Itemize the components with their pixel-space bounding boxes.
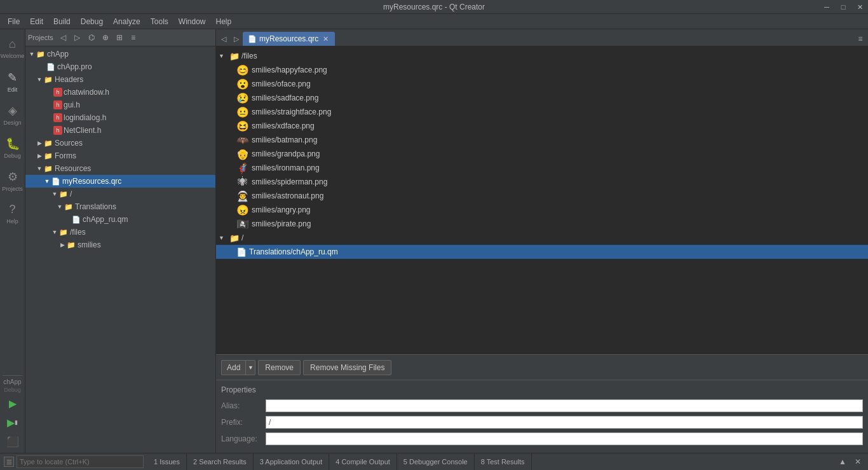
tab-close-btn[interactable]: ✕ [321,34,330,43]
res-file-10[interactable]: 😠smilies/angry.png [216,203,868,217]
debugger-tab-label: 5 Debugger Console [403,458,468,466]
menu-build[interactable]: Build [48,15,76,29]
prefix-files-toggle: ▼ [219,53,226,59]
menu-debug[interactable]: Debug [76,15,108,29]
tree-item-resources[interactable]: ▼ 📁 Resources [25,162,215,175]
tree-item-login[interactable]: h logindialog.h [25,111,215,124]
status-tab-issues[interactable]: 1 Issues [147,453,187,470]
remove-missing-button[interactable]: Remove Missing Files [303,360,391,375]
res-file-7[interactable]: 🦸smilies/ironman.png [216,161,868,175]
tab-back-btn[interactable]: ◁ [217,32,230,46]
res-file-0[interactable]: 😊smilies/happyface.png [216,63,868,77]
add-dropdown-arrow[interactable]: ▼ [245,360,255,375]
res-file-6[interactable]: 👴smilies/grandpa.png [216,147,868,161]
chatwindow-icon: h [53,88,62,97]
projects-expand-btn[interactable]: ⊞ [113,31,126,44]
files-icon: 📁 [58,227,69,237]
res-file-5[interactable]: 🦇smilies/batman.png [216,133,868,147]
prefix-files-row[interactable]: ▼ 📁 /files [216,49,868,63]
locate-input[interactable] [17,455,144,468]
language-input[interactable] [266,432,863,445]
status-close-btn[interactable]: ✕ [851,455,864,468]
projects-menu-btn[interactable]: ≡ [127,31,140,44]
tree-item-translations[interactable]: ▼ 📁 Translations [25,200,215,213]
welcome-icon: ⌂ [9,38,16,51]
status-toggle-btn[interactable]: ☰ [4,457,14,467]
res-file-1[interactable]: 😮smilies/oface.png [216,77,868,91]
restore-button[interactable]: □ [835,0,851,14]
sidebar-item-design[interactable]: ◈ Design [0,98,25,131]
forms-icon: 📁 [43,151,53,161]
tree-item-smilies[interactable]: ▶ 📁 smilies [25,238,215,251]
remove-button[interactable]: Remove [258,360,301,375]
tree-item-files[interactable]: ▼ 📁 /files [25,226,215,238]
sidebar-label-design: Design [3,120,21,126]
prefix-root-row[interactable]: ▼ 📁 / [216,231,868,245]
status-tab-test[interactable]: 8 Test Results [475,453,532,470]
res-file-4[interactable]: 😆smilies/xdface.png [216,119,868,133]
menu-tools[interactable]: Tools [146,15,173,29]
menu-file[interactable]: File [3,15,25,29]
smiley-icon-7: 🦸 [236,162,249,174]
tree-item-myresources[interactable]: ▼ 📄 myResources.qrc [25,175,215,188]
run-debug-button[interactable]: ▶▮ [3,413,23,431]
alias-input[interactable] [266,399,863,412]
gui-icon: h [53,100,62,109]
res-file-11[interactable]: 🏴‍☠️smilies/pirate.png [216,217,868,231]
status-up-btn[interactable]: ▲ [836,455,849,468]
alias-label: Alias: [221,401,266,410]
close-button[interactable]: ✕ [851,0,868,14]
file-label-1: smilies/oface.png [252,79,311,88]
resources-label: Resources [53,164,91,173]
sidebar-item-help[interactable]: ? Help [0,197,25,230]
menu-analyze[interactable]: Analyze [108,15,146,29]
sidebar-item-edit[interactable]: ✎ Edit [0,65,25,98]
res-file-translations[interactable]: 📄 Translations/chApp_ru.qm [216,245,868,259]
tree-item-chApp[interactable]: ▼ 📁 chApp [25,48,215,60]
tree-item-forms[interactable]: ▶ 📁 Forms [25,149,215,162]
minimize-button[interactable]: ─ [818,0,835,14]
status-tab-search[interactable]: 2 Search Results [187,453,254,470]
tree-item-chatwindow[interactable]: h chatwindow.h [25,86,215,99]
run-button[interactable]: ▶ [3,394,23,412]
title-bar: myResources.qrc - Qt Creator ─ □ ✕ [0,0,868,14]
projects-title: Projects [28,34,53,41]
status-tab-compile[interactable]: 4 Compile Output [329,453,397,470]
menu-window[interactable]: Window [173,15,211,29]
status-tab-debugger[interactable]: 5 Debugger Console [397,453,475,470]
tree-item-sources[interactable]: ▶ 📁 Sources [25,137,215,149]
tree-item-netclient[interactable]: h NetClient.h [25,124,215,137]
projects-back-btn[interactable]: ◁ [57,31,70,44]
tab-myresources[interactable]: 📄 myResources.qrc ✕ [243,32,335,46]
status-tab-output[interactable]: 3 Application Output [254,453,329,470]
tree-item-slash[interactable]: ▼ 📁 / [25,188,215,200]
tree-item-headers[interactable]: ▼ 📁 Headers [25,73,215,86]
tree-item-gui[interactable]: h gui.h [25,99,215,111]
menu-edit[interactable]: Edit [25,15,48,29]
toggle-chatwindow [46,88,53,96]
smilies-icon: 📁 [66,240,76,250]
sidebar-item-welcome[interactable]: ⌂ Welcome [0,32,25,65]
projects-link-btn[interactable]: ⊕ [99,31,112,44]
stop-button[interactable]: ⬛ [3,432,23,450]
res-file-9[interactable]: 👨‍🚀smilies/astronaut.png [216,189,868,203]
prefix-root-toggle: ▼ [219,235,226,241]
projects-filter-btn[interactable]: ⌬ [85,31,98,44]
projects-forward-btn[interactable]: ▷ [71,31,84,44]
menu-help[interactable]: Help [211,15,237,29]
tab-icon: 📄 [248,35,257,43]
sidebar-bottom: chApp Debug ▶ ▶▮ ⬛ [0,374,25,453]
add-button[interactable]: Add [221,360,245,375]
tree-item-chApp-pro[interactable]: 📄 chApp.pro [25,60,215,73]
debug-icon: 🐛 [6,137,20,151]
tab-forward-btn[interactable]: ▷ [230,32,243,46]
sidebar-item-projects[interactable]: ⚙ Projects [0,164,25,197]
res-file-8[interactable]: 🕷smilies/spiderman.png [216,175,868,189]
res-file-2[interactable]: 😢smilies/sadface.png [216,91,868,105]
tab-extra-btn[interactable]: ≡ [854,32,867,46]
res-file-3[interactable]: 😐smilies/straightface.png [216,105,868,119]
sidebar-item-debug[interactable]: 🐛 Debug [0,131,25,164]
add-button-wrapper: Add ▼ [221,360,255,375]
slash-label: / [69,190,72,198]
tree-item-chapp-ru[interactable]: 📄 chApp_ru.qm [25,213,215,226]
